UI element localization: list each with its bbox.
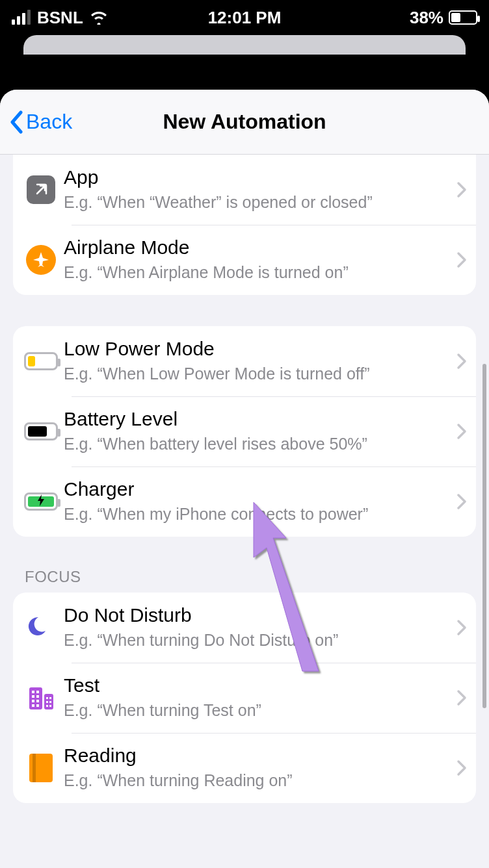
sheet-backdrop: Back New Automation App E.g. [0,35,489,868]
signal-icon [12,10,31,25]
carrier-label: BSNL [37,8,83,28]
svg-rect-4 [32,695,34,698]
app-icon [18,175,64,204]
back-label: Back [26,110,72,134]
chevron-right-icon [456,423,467,440]
svg-rect-7 [36,700,39,702]
trigger-group-apps: App E.g. “When “Weather” is opened or cl… [13,155,476,295]
back-button[interactable]: Back [9,110,72,134]
svg-rect-5 [36,695,39,698]
row-title: Charger [64,478,451,500]
buildings-icon [18,685,64,711]
scroll-area[interactable]: App E.g. “When “Weather” is opened or cl… [0,155,489,868]
row-subtitle: E.g. “When turning Reading on” [64,771,451,791]
row-subtitle: E.g. “When turning Test on” [64,700,451,721]
row-title: App [64,166,451,188]
svg-rect-12 [46,701,48,703]
row-title: Test [64,674,451,696]
row-title: Battery Level [64,408,451,430]
trigger-row-test[interactable]: Test E.g. “When turning Test on” [13,663,476,733]
trigger-group-focus: Do Not Disturb E.g. “When turning Do Not… [13,593,476,803]
row-subtitle: E.g. “When “Weather” is opened or closed… [64,192,451,212]
row-subtitle: E.g. “When turning Do Not Disturb on” [64,630,451,650]
low-power-mode-icon [18,352,64,370]
row-title: Do Not Disturb [64,604,451,626]
chevron-right-icon [456,251,467,268]
svg-rect-1 [44,694,53,709]
row-title: Airplane Mode [64,236,451,259]
svg-rect-2 [32,691,34,693]
svg-rect-8 [32,704,34,707]
modal-sheet: Back New Automation App E.g. [0,90,489,868]
phone-frame: BSNL 12:01 PM 38% Back New Automation [0,0,489,868]
page-title: New Automation [163,110,326,134]
row-title: Low Power Mode [64,338,451,360]
chevron-left-icon [9,110,23,134]
row-subtitle: E.g. “When Airplane Mode is turned on” [64,262,451,283]
svg-rect-11 [49,697,51,699]
airplane-icon [18,245,64,275]
svg-rect-13 [49,701,51,703]
chevron-right-icon [456,760,467,776]
svg-rect-6 [32,700,34,702]
chevron-right-icon [456,181,467,198]
svg-rect-10 [46,697,48,699]
trigger-row-low-power-mode[interactable]: Low Power Mode E.g. “When Low Power Mode… [13,326,476,396]
trigger-row-airplane-mode[interactable]: Airplane Mode E.g. “When Airplane Mode i… [13,225,476,295]
row-subtitle: E.g. “When battery level rises above 50%… [64,434,451,454]
svg-rect-15 [49,705,51,707]
trigger-row-app[interactable]: App E.g. “When “Weather” is opened or cl… [13,155,476,225]
chevron-right-icon [456,493,467,510]
content: App E.g. “When “Weather” is opened or cl… [0,155,489,860]
battery-percent-label: 38% [410,8,443,28]
row-title: Reading [64,745,451,767]
background-card [23,35,466,55]
svg-rect-3 [36,691,39,693]
section-header-focus: FOCUS [13,568,476,593]
battery-icon [449,10,477,25]
scrollbar[interactable] [482,364,486,708]
book-icon [18,754,64,782]
svg-rect-9 [36,704,39,707]
moon-icon [18,615,64,641]
chevron-right-icon [456,619,467,636]
status-bar: BSNL 12:01 PM 38% [0,0,489,35]
status-right: 38% [410,8,477,28]
wifi-icon [90,10,108,25]
row-subtitle: E.g. “When my iPhone connects to power” [64,504,451,524]
svg-rect-14 [46,705,48,707]
trigger-row-do-not-disturb[interactable]: Do Not Disturb E.g. “When turning Do Not… [13,593,476,663]
chevron-right-icon [456,353,467,370]
trigger-row-reading[interactable]: Reading E.g. “When turning Reading on” [13,733,476,803]
trigger-row-charger[interactable]: Charger E.g. “When my iPhone connects to… [13,466,476,537]
status-left: BSNL [12,8,108,28]
battery-level-icon [18,422,64,440]
trigger-group-battery: Low Power Mode E.g. “When Low Power Mode… [13,326,476,537]
row-subtitle: E.g. “When Low Power Mode is turned off” [64,364,451,384]
nav-bar: Back New Automation [0,90,489,155]
svg-rect-0 [29,687,42,709]
trigger-row-battery-level[interactable]: Battery Level E.g. “When battery level r… [13,396,476,466]
chevron-right-icon [456,689,467,706]
charger-icon [18,492,64,511]
